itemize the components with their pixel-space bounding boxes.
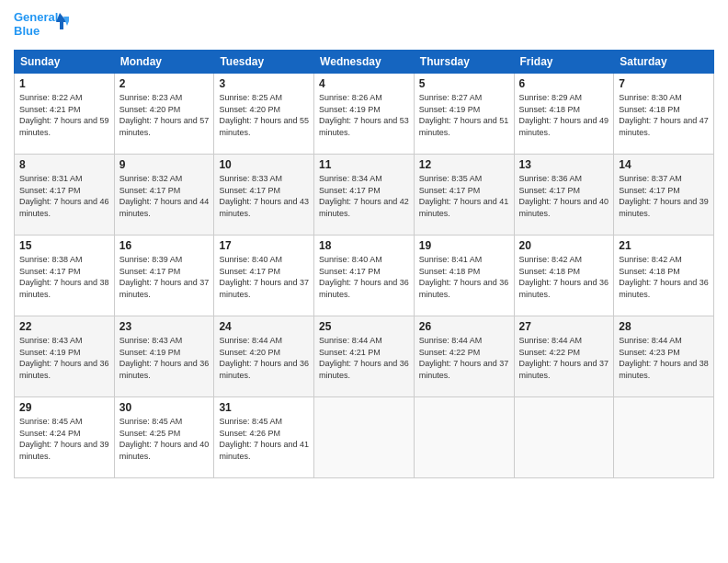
- day-number: 27: [519, 320, 609, 333]
- day-number: 26: [419, 320, 509, 333]
- calendar-cell: 5 Sunrise: 8:27 AMSunset: 4:19 PMDayligh…: [414, 74, 514, 155]
- calendar-cell: 11 Sunrise: 8:34 AMSunset: 4:17 PMDaylig…: [314, 155, 415, 236]
- cell-text: Sunrise: 8:30 AMSunset: 4:18 PMDaylight:…: [619, 92, 709, 138]
- calendar-cell: [614, 397, 714, 478]
- day-number: 16: [119, 239, 210, 252]
- day-number: 28: [619, 320, 709, 333]
- calendar-cell: 22 Sunrise: 8:43 AMSunset: 4:19 PMDaylig…: [15, 316, 115, 397]
- cell-text: Sunrise: 8:44 AMSunset: 4:22 PMDaylight:…: [519, 335, 609, 381]
- day-number: 2: [119, 77, 210, 90]
- cell-text: Sunrise: 8:41 AMSunset: 4:18 PMDaylight:…: [419, 254, 509, 300]
- day-number: 8: [19, 158, 109, 171]
- calendar-cell: [514, 397, 614, 478]
- calendar-cell: 16 Sunrise: 8:39 AMSunset: 4:17 PMDaylig…: [114, 236, 214, 316]
- day-number: 12: [419, 158, 509, 171]
- calendar-cell: 3 Sunrise: 8:25 AMSunset: 4:20 PMDayligh…: [214, 74, 314, 155]
- weekday-header: Monday: [114, 51, 214, 74]
- day-number: 4: [319, 77, 409, 90]
- header: General Blue: [14, 9, 714, 42]
- calendar-cell: 24 Sunrise: 8:44 AMSunset: 4:20 PMDaylig…: [214, 316, 314, 397]
- day-number: 5: [419, 77, 509, 90]
- calendar-week-row: 1 Sunrise: 8:22 AMSunset: 4:21 PMDayligh…: [15, 74, 714, 155]
- calendar-cell: 27 Sunrise: 8:44 AMSunset: 4:22 PMDaylig…: [514, 316, 614, 397]
- calendar-cell: 9 Sunrise: 8:32 AMSunset: 4:17 PMDayligh…: [114, 155, 214, 236]
- calendar-cell: 21 Sunrise: 8:42 AMSunset: 4:18 PMDaylig…: [614, 236, 714, 316]
- day-number: 21: [619, 239, 709, 252]
- calendar-cell: 2 Sunrise: 8:23 AMSunset: 4:20 PMDayligh…: [114, 74, 214, 155]
- calendar-cell: 29 Sunrise: 8:45 AMSunset: 4:24 PMDaylig…: [15, 397, 115, 478]
- cell-text: Sunrise: 8:34 AMSunset: 4:17 PMDaylight:…: [319, 173, 409, 219]
- cell-text: Sunrise: 8:44 AMSunset: 4:21 PMDaylight:…: [319, 335, 409, 381]
- calendar-cell: 19 Sunrise: 8:41 AMSunset: 4:18 PMDaylig…: [414, 236, 514, 316]
- calendar-cell: 18 Sunrise: 8:40 AMSunset: 4:17 PMDaylig…: [314, 236, 415, 316]
- cell-text: Sunrise: 8:26 AMSunset: 4:19 PMDaylight:…: [319, 92, 409, 138]
- calendar-cell: 14 Sunrise: 8:37 AMSunset: 4:17 PMDaylig…: [614, 155, 714, 236]
- cell-text: Sunrise: 8:42 AMSunset: 4:18 PMDaylight:…: [619, 254, 709, 300]
- calendar-cell: 23 Sunrise: 8:43 AMSunset: 4:19 PMDaylig…: [114, 316, 214, 397]
- cell-text: Sunrise: 8:40 AMSunset: 4:17 PMDaylight:…: [219, 254, 309, 300]
- weekday-header: Sunday: [15, 51, 115, 74]
- day-number: 11: [319, 158, 409, 171]
- calendar-page: General Blue SundayMondayTuesdayWednesda…: [0, 0, 728, 563]
- calendar-cell: 26 Sunrise: 8:44 AMSunset: 4:22 PMDaylig…: [414, 316, 514, 397]
- weekday-header: Wednesday: [314, 51, 415, 74]
- day-number: 30: [119, 401, 210, 414]
- cell-text: Sunrise: 8:45 AMSunset: 4:24 PMDaylight:…: [19, 416, 109, 462]
- calendar-cell: 30 Sunrise: 8:45 AMSunset: 4:25 PMDaylig…: [114, 397, 214, 478]
- cell-text: Sunrise: 8:31 AMSunset: 4:17 PMDaylight:…: [19, 173, 109, 219]
- cell-text: Sunrise: 8:45 AMSunset: 4:26 PMDaylight:…: [219, 416, 309, 462]
- weekday-header: Saturday: [614, 51, 714, 74]
- cell-text: Sunrise: 8:27 AMSunset: 4:19 PMDaylight:…: [419, 92, 509, 138]
- day-number: 7: [619, 77, 709, 90]
- calendar-cell: 31 Sunrise: 8:45 AMSunset: 4:26 PMDaylig…: [214, 397, 314, 478]
- calendar-cell: 17 Sunrise: 8:40 AMSunset: 4:17 PMDaylig…: [214, 236, 314, 316]
- calendar-cell: 15 Sunrise: 8:38 AMSunset: 4:17 PMDaylig…: [15, 236, 115, 316]
- calendar-cell: 1 Sunrise: 8:22 AMSunset: 4:21 PMDayligh…: [15, 74, 115, 155]
- cell-text: Sunrise: 8:42 AMSunset: 4:18 PMDaylight:…: [519, 254, 609, 300]
- cell-text: Sunrise: 8:25 AMSunset: 4:20 PMDaylight:…: [219, 92, 309, 138]
- calendar-cell: 25 Sunrise: 8:44 AMSunset: 4:21 PMDaylig…: [314, 316, 415, 397]
- calendar-cell: 28 Sunrise: 8:44 AMSunset: 4:23 PMDaylig…: [614, 316, 714, 397]
- calendar-week-row: 29 Sunrise: 8:45 AMSunset: 4:24 PMDaylig…: [15, 397, 714, 478]
- day-number: 13: [519, 158, 609, 171]
- cell-text: Sunrise: 8:38 AMSunset: 4:17 PMDaylight:…: [19, 254, 109, 300]
- header-row: SundayMondayTuesdayWednesdayThursdayFrid…: [15, 51, 714, 74]
- day-number: 17: [219, 239, 309, 252]
- day-number: 20: [519, 239, 609, 252]
- cell-text: Sunrise: 8:44 AMSunset: 4:22 PMDaylight:…: [419, 335, 509, 381]
- day-number: 6: [519, 77, 609, 90]
- cell-text: Sunrise: 8:29 AMSunset: 4:18 PMDaylight:…: [519, 92, 609, 138]
- calendar-cell: 10 Sunrise: 8:33 AMSunset: 4:17 PMDaylig…: [214, 155, 314, 236]
- calendar-cell: 4 Sunrise: 8:26 AMSunset: 4:19 PMDayligh…: [314, 74, 415, 155]
- calendar-cell: 20 Sunrise: 8:42 AMSunset: 4:18 PMDaylig…: [514, 236, 614, 316]
- calendar-cell: 7 Sunrise: 8:30 AMSunset: 4:18 PMDayligh…: [614, 74, 714, 155]
- cell-text: Sunrise: 8:36 AMSunset: 4:17 PMDaylight:…: [519, 173, 609, 219]
- cell-text: Sunrise: 8:43 AMSunset: 4:19 PMDaylight:…: [119, 335, 210, 381]
- calendar-week-row: 15 Sunrise: 8:38 AMSunset: 4:17 PMDaylig…: [15, 236, 714, 316]
- cell-text: Sunrise: 8:23 AMSunset: 4:20 PMDaylight:…: [119, 92, 210, 138]
- calendar-cell: 8 Sunrise: 8:31 AMSunset: 4:17 PMDayligh…: [15, 155, 115, 236]
- day-number: 10: [219, 158, 309, 171]
- cell-text: Sunrise: 8:32 AMSunset: 4:17 PMDaylight:…: [119, 173, 210, 219]
- day-number: 22: [19, 320, 109, 333]
- day-number: 9: [119, 158, 210, 171]
- day-number: 25: [319, 320, 409, 333]
- calendar-cell: 13 Sunrise: 8:36 AMSunset: 4:17 PMDaylig…: [514, 155, 614, 236]
- cell-text: Sunrise: 8:35 AMSunset: 4:17 PMDaylight:…: [419, 173, 509, 219]
- day-number: 14: [619, 158, 709, 171]
- calendar-cell: [414, 397, 514, 478]
- calendar-cell: 6 Sunrise: 8:29 AMSunset: 4:18 PMDayligh…: [514, 74, 614, 155]
- cell-text: Sunrise: 8:44 AMSunset: 4:23 PMDaylight:…: [619, 335, 709, 381]
- day-number: 3: [219, 77, 309, 90]
- cell-text: Sunrise: 8:44 AMSunset: 4:20 PMDaylight:…: [219, 335, 309, 381]
- calendar-cell: [314, 397, 415, 478]
- calendar-cell: 12 Sunrise: 8:35 AMSunset: 4:17 PMDaylig…: [414, 155, 514, 236]
- cell-text: Sunrise: 8:22 AMSunset: 4:21 PMDaylight:…: [19, 92, 109, 138]
- logo-svg: General Blue: [14, 9, 69, 42]
- calendar-table: SundayMondayTuesdayWednesdayThursdayFrid…: [14, 50, 714, 478]
- calendar-week-row: 22 Sunrise: 8:43 AMSunset: 4:19 PMDaylig…: [15, 316, 714, 397]
- day-number: 19: [419, 239, 509, 252]
- cell-text: Sunrise: 8:33 AMSunset: 4:17 PMDaylight:…: [219, 173, 309, 219]
- calendar-week-row: 8 Sunrise: 8:31 AMSunset: 4:17 PMDayligh…: [15, 155, 714, 236]
- cell-text: Sunrise: 8:45 AMSunset: 4:25 PMDaylight:…: [119, 416, 210, 462]
